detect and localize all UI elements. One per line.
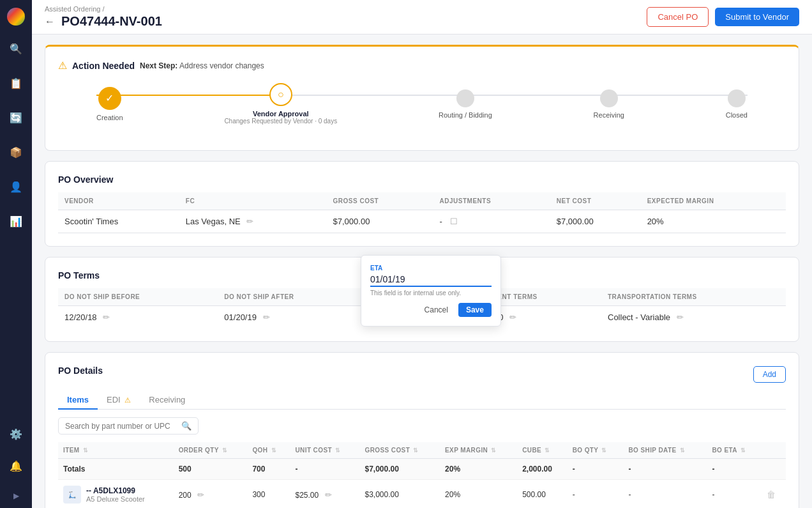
- step-label-vendor-approval: Vendor Approval: [253, 110, 309, 118]
- fc-edit-icon[interactable]: ✏: [246, 217, 253, 226]
- sidebar: 🔍 📋 🔄 📦 👤 📊 ⚙️ 🔔 ▶: [0, 0, 32, 508]
- order-qty-edit-icon[interactable]: ✏: [197, 490, 204, 500]
- eta-popup-label: ETA: [370, 265, 492, 272]
- po-details-table: ITEM ⇅ ORDER QTY ⇅ QOH ⇅ UNIT COST ⇅ GRO…: [58, 442, 786, 508]
- po-overview-table: VENDOR FC GROSS COST ADJUSTMENTS NET COS…: [58, 192, 786, 233]
- step-label-creation: Creation: [96, 114, 123, 121]
- table-row: 🛴 -- A5DLX1099 A5 Deluxe Scooter 200 ✏ 3…: [58, 480, 786, 509]
- po-details-card: PO Details Add Items EDI ⚠ Receiving 🔍 I…: [45, 352, 799, 508]
- sidebar-nav-icon-4[interactable]: 👤: [4, 175, 27, 198]
- topbar-actions: Cancel PO Submit to Vendor: [647, 7, 799, 27]
- item-qoh: 300: [247, 480, 290, 509]
- po-details-header: PO Details Add: [58, 366, 786, 383]
- col-bo-ship-date: BO SHIP DATE ⇅: [624, 442, 707, 459]
- action-banner: ⚠ Action Needed Next Step: Address vendo…: [45, 45, 799, 151]
- gross-cost-cell: $7,000.00: [327, 210, 433, 233]
- step-closed: Closed: [726, 89, 748, 119]
- item-order-qty: 200 ✏: [174, 480, 248, 509]
- eta-save-button[interactable]: Save: [458, 303, 492, 317]
- col-adjustments: ADJUSTMENTS: [433, 192, 550, 210]
- tabs: Items EDI ⚠ Receiving: [58, 391, 786, 410]
- unit-cost-edit-icon[interactable]: ✏: [325, 490, 332, 500]
- eta-hint: This field is for internal use only.: [370, 289, 492, 296]
- tab-receiving[interactable]: Receiving: [140, 391, 194, 410]
- submit-to-vendor-button[interactable]: Submit to Vendor: [715, 8, 799, 26]
- eta-cancel-button[interactable]: Cancel: [419, 303, 453, 317]
- totals-qoh: 700: [247, 459, 290, 480]
- do-not-ship-after-edit-icon[interactable]: ✏: [263, 312, 270, 322]
- col-cube: CUBE ⇅: [517, 442, 568, 459]
- content-area: ⚠ Action Needed Next Step: Address vendo…: [32, 35, 812, 508]
- expected-margin-cell: 20%: [641, 210, 786, 233]
- transportation-terms-cell: Collect - Variable ✏: [601, 306, 786, 329]
- app-logo: [7, 8, 25, 26]
- col-net-cost: NET COST: [550, 192, 641, 210]
- item-cell: 🛴 -- A5DLX1099 A5 Deluxe Scooter: [58, 480, 174, 509]
- adjustments-edit-icon[interactable]: ☐: [450, 217, 458, 226]
- eta-input[interactable]: [370, 273, 492, 287]
- col-actions: [762, 442, 786, 459]
- breadcrumb: Assisted Ordering /: [45, 5, 162, 13]
- step-circle-vendor-approval: ○: [269, 83, 292, 106]
- step-creation: ✓ Creation: [96, 87, 123, 121]
- sidebar-settings-icon[interactable]: ⚙️: [4, 422, 27, 445]
- item-bo-qty: -: [568, 480, 624, 509]
- totals-exp-margin: 20%: [440, 459, 517, 480]
- sidebar-nav-icon-1[interactable]: 📋: [4, 72, 27, 95]
- col-expected-margin: EXPECTED MARGIN: [641, 192, 786, 210]
- col-do-not-ship-before: DO NOT SHIP BEFORE: [58, 288, 218, 306]
- net-cost-cell: $7,000.00: [550, 210, 641, 233]
- search-input[interactable]: [65, 422, 177, 431]
- transportation-terms-edit-icon[interactable]: ✏: [677, 312, 684, 322]
- tab-edi[interactable]: EDI ⚠: [98, 391, 140, 410]
- page-title-row: ← PO47444-NV-001: [45, 14, 162, 29]
- topbar-left: Assisted Ordering / ← PO47444-NV-001: [45, 5, 162, 29]
- col-exp-margin: EXP MARGIN ⇅: [440, 442, 517, 459]
- delete-item-icon[interactable]: 🗑: [767, 489, 776, 500]
- cancel-po-button[interactable]: Cancel PO: [647, 7, 709, 27]
- step-circle-receiving: [600, 89, 618, 107]
- col-order-qty: ORDER QTY ⇅: [174, 442, 248, 459]
- back-arrow-icon[interactable]: ←: [45, 16, 55, 27]
- totals-label: Totals: [58, 459, 174, 480]
- col-item: ITEM ⇅: [58, 442, 174, 459]
- tab-items[interactable]: Items: [58, 391, 98, 410]
- step-routing: Routing / Bidding: [439, 89, 492, 119]
- totals-order-qty: 500: [174, 459, 248, 480]
- eta-popup-actions: Cancel Save: [370, 303, 492, 317]
- col-unit-cost: UNIT COST ⇅: [290, 442, 360, 459]
- sidebar-expand-icon[interactable]: ▶: [13, 491, 19, 500]
- sidebar-nav-icon-2[interactable]: 🔄: [4, 106, 27, 129]
- search-icon: 🔍: [181, 421, 192, 431]
- sidebar-nav-icon-3[interactable]: 📦: [4, 141, 27, 164]
- terms-row: 12/20/18 ✏ 01/20/19 ✏ ETA T: [58, 306, 786, 329]
- page-title: PO47444-NV-001: [61, 14, 162, 29]
- col-vendor: VENDOR: [58, 192, 179, 210]
- step-label-closed: Closed: [726, 111, 748, 119]
- topbar: Assisted Ordering / ← PO47444-NV-001 Can…: [32, 0, 812, 35]
- do-not-ship-before-cell: 12/20/18 ✏: [58, 306, 218, 329]
- col-gross-cost: GROSS COST: [327, 192, 433, 210]
- item-image: 🛴: [63, 486, 81, 504]
- next-step-text: Address vendor changes: [179, 61, 264, 70]
- totals-gross-cost: $7,000.00: [360, 459, 440, 480]
- do-not-ship-before-edit-icon[interactable]: ✏: [103, 312, 110, 322]
- item-exp-margin: 20%: [440, 480, 517, 509]
- sidebar-nav-icon-5[interactable]: 📊: [4, 210, 27, 233]
- col-bo-eta: BO ETA ⇅: [707, 442, 762, 459]
- add-button[interactable]: Add: [753, 366, 786, 383]
- svg-point-0: [11, 12, 21, 22]
- item-gross-cost: $3,000.00: [360, 480, 440, 509]
- sidebar-search-icon[interactable]: 🔍: [4, 37, 27, 60]
- payment-terms-edit-icon[interactable]: ✏: [509, 312, 516, 322]
- sidebar-notification-icon[interactable]: 🔔: [4, 454, 27, 477]
- table-row: Scootin' Times Las Vegas, NE ✏ $7,000.00…: [58, 210, 786, 233]
- step-label-receiving: Receiving: [594, 111, 624, 119]
- search-bar: 🔍: [58, 417, 199, 435]
- po-overview-title: PO Overview: [58, 174, 786, 185]
- step-receiving: Receiving: [594, 89, 624, 119]
- eta-cell: ETA This field is for internal use only.…: [367, 306, 472, 329]
- do-not-ship-after-cell: 01/20/19 ✏: [218, 306, 367, 329]
- col-gross-cost: GROSS COST ⇅: [360, 442, 440, 459]
- item-unit-cost: $25.00 ✏: [290, 480, 360, 509]
